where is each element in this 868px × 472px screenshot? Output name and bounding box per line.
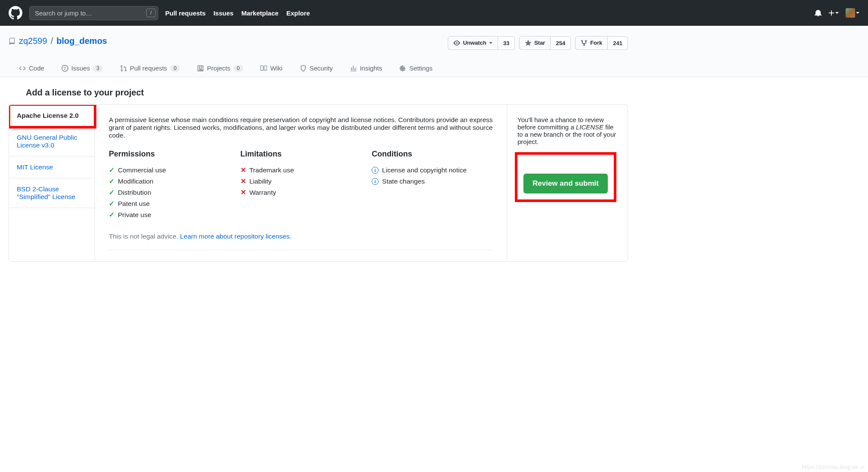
limitation-item: ✕Warranty xyxy=(240,187,362,198)
submit-highlight: Review and submit xyxy=(517,155,614,199)
tab-insights[interactable]: Insights xyxy=(343,60,389,77)
user-menu-dropdown[interactable] xyxy=(846,8,859,18)
x-icon: ✕ xyxy=(240,189,246,196)
tab-code-label: Code xyxy=(29,64,44,72)
info-icon: i xyxy=(372,167,379,174)
condition-item: iState changes xyxy=(372,176,493,187)
project-icon xyxy=(197,65,204,72)
check-icon: ✓ xyxy=(109,189,114,196)
permission-label: Patent use xyxy=(118,200,150,208)
search-input[interactable] xyxy=(29,6,158,20)
repo-link[interactable]: blog_demos xyxy=(56,36,107,46)
nav-marketplace[interactable]: Marketplace xyxy=(241,9,279,17)
issues-count-badge: 3 xyxy=(93,65,103,72)
issue-icon xyxy=(62,65,68,72)
learn-more-link[interactable]: Learn more about repository licenses. xyxy=(180,233,291,240)
tab-issues[interactable]: Issues 3 xyxy=(55,60,110,77)
tab-projects[interactable]: Projects 0 xyxy=(190,60,250,77)
tab-pull-requests[interactable]: Pull requests 0 xyxy=(113,60,187,77)
permissions-heading: Permissions xyxy=(109,150,230,159)
projects-count-badge: 0 xyxy=(234,65,243,72)
check-icon: ✓ xyxy=(109,200,114,208)
condition-label: License and copyright notice xyxy=(382,166,466,174)
watch-count[interactable]: 33 xyxy=(498,36,515,50)
notifications-icon[interactable] xyxy=(815,9,822,16)
check-icon: ✓ xyxy=(109,211,114,219)
permission-item: ✓Private use xyxy=(109,209,230,221)
header-right xyxy=(815,8,859,18)
tab-projects-label: Projects xyxy=(207,64,230,72)
condition-label: State changes xyxy=(382,178,425,185)
nav-explore[interactable]: Explore xyxy=(286,9,310,17)
tab-wiki-label: Wiki xyxy=(270,64,282,72)
repo-title: zq2599 / blog_demos xyxy=(9,36,107,46)
star-icon xyxy=(525,40,532,46)
tab-pulls-label: Pull requests xyxy=(130,64,167,72)
permission-label: Commercial use xyxy=(118,166,166,174)
repo-icon xyxy=(9,38,15,45)
star-group: Star 254 xyxy=(519,36,571,50)
x-icon: ✕ xyxy=(240,178,246,185)
nav-issues[interactable]: Issues xyxy=(213,9,234,17)
check-icon: ✓ xyxy=(109,178,114,185)
license-option-bsd-2[interactable]: BSD 2-Clause "Simplified" License xyxy=(9,178,95,208)
fork-icon xyxy=(581,40,588,46)
info-icon: i xyxy=(372,178,379,185)
search-container: / xyxy=(29,6,158,20)
graph-icon xyxy=(350,65,357,72)
path-separator: / xyxy=(51,36,53,46)
permission-item: ✓Modification xyxy=(109,176,230,187)
unwatch-label: Unwatch xyxy=(463,39,486,47)
permission-item: ✓Patent use xyxy=(109,198,230,209)
caret-down-icon xyxy=(856,12,859,14)
star-count[interactable]: 254 xyxy=(551,36,571,50)
license-layout: Apache License 2.0 GNU General Public Li… xyxy=(9,104,628,262)
tab-issues-label: Issues xyxy=(71,64,90,72)
page-title: Add a license to your project xyxy=(26,88,628,98)
tab-settings[interactable]: Settings xyxy=(392,60,439,77)
fork-count[interactable]: 241 xyxy=(608,36,628,50)
tab-insights-label: Insights xyxy=(360,64,382,72)
global-header: / Pull requests Issues Marketplace Explo… xyxy=(0,0,868,26)
avatar-icon xyxy=(846,8,855,18)
fork-label: Fork xyxy=(590,39,602,47)
main-content: Add a license to your project Apache Lic… xyxy=(0,88,637,262)
license-option-mit[interactable]: MIT License xyxy=(9,156,95,178)
permission-label: Modification xyxy=(118,178,154,185)
license-option-gpl-3[interactable]: GNU General Public License v3.0 xyxy=(9,127,95,156)
license-option-apache-2[interactable]: Apache License 2.0 xyxy=(9,105,95,127)
repo-tabs: Code Issues 3 Pull requests 0 Projects 0… xyxy=(9,60,628,77)
limitation-label: Liability xyxy=(249,178,272,185)
legal-notice: This is not legal advice. Learn more abo… xyxy=(109,233,493,250)
tab-wiki[interactable]: Wiki xyxy=(253,60,289,77)
license-filename: LICENSE xyxy=(576,123,603,131)
create-new-dropdown[interactable] xyxy=(828,10,839,16)
slash-hint-icon: / xyxy=(146,9,156,17)
code-icon xyxy=(19,65,26,72)
license-sidebar: Apache License 2.0 GNU General Public Li… xyxy=(9,105,95,261)
nav-pull-requests[interactable]: Pull requests xyxy=(165,9,206,17)
owner-link[interactable]: zq2599 xyxy=(19,36,47,46)
review-note: You'll have a chance to review before co… xyxy=(517,116,617,145)
star-button[interactable]: Star xyxy=(519,36,551,50)
fork-button[interactable]: Fork xyxy=(575,36,608,50)
legal-prefix: This is not legal advice. xyxy=(109,233,180,240)
permission-label: Private use xyxy=(118,211,151,219)
repo-head-container: zq2599 / blog_demos Unwatch 33 Star xyxy=(0,26,868,77)
tab-code[interactable]: Code xyxy=(12,60,51,77)
review-and-submit-button[interactable]: Review and submit xyxy=(523,174,608,193)
unwatch-button[interactable]: Unwatch xyxy=(448,36,498,50)
limitation-label: Trademark use xyxy=(249,166,294,174)
license-details: A permissive license whose main conditio… xyxy=(95,105,507,261)
github-logo-icon[interactable] xyxy=(9,6,22,20)
permissions-column: Permissions ✓Commercial use ✓Modificatio… xyxy=(109,150,230,221)
x-icon: ✕ xyxy=(240,166,246,174)
license-columns: Permissions ✓Commercial use ✓Modificatio… xyxy=(109,150,493,221)
gear-icon xyxy=(399,65,406,72)
permission-item: ✓Commercial use xyxy=(109,165,230,176)
tab-security[interactable]: Security xyxy=(293,60,340,77)
book-icon xyxy=(260,65,267,72)
permission-label: Distribution xyxy=(118,189,151,196)
shield-icon xyxy=(300,65,307,72)
limitation-item: ✕Trademark use xyxy=(240,165,362,176)
